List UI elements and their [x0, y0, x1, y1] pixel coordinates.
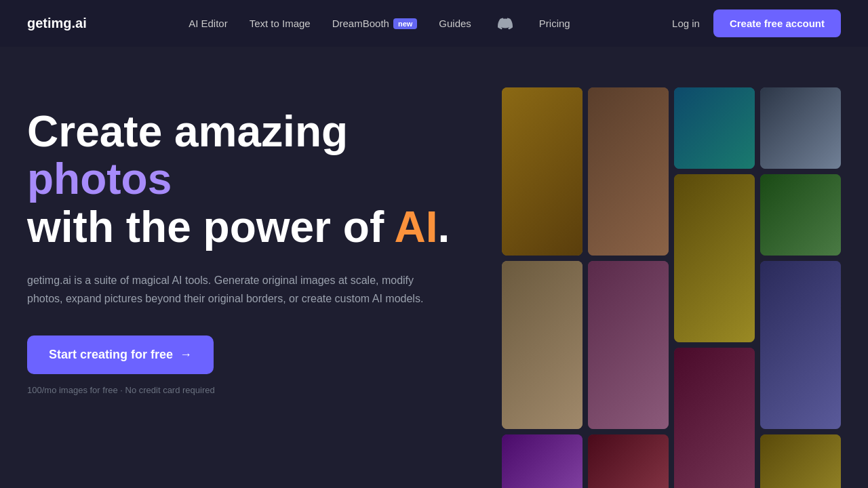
discord-icon[interactable] [493, 12, 517, 36]
nav-ai-editor[interactable]: AI Editor [189, 18, 228, 29]
grid-image-12 [760, 261, 841, 429]
grid-image-4 [588, 87, 669, 256]
grid-image-3 [502, 434, 583, 488]
nav-right: Log in Create free account [672, 9, 841, 37]
hero-highlight-ai: AI [395, 203, 438, 251]
grid-image-1 [502, 87, 583, 256]
hero-left: Create amazing photos with the power of … [27, 87, 488, 395]
grid-image-9 [674, 348, 755, 488]
login-button[interactable]: Log in [672, 18, 700, 29]
hero-subtext: 100/mo images for free · No credit card … [27, 385, 488, 395]
nav-guides[interactable]: Guides [439, 18, 471, 29]
grid-image-8 [674, 174, 755, 342]
grid-image-2 [502, 261, 583, 429]
hero-title: Create amazing photos with the power of … [27, 108, 488, 251]
arrow-icon: → [180, 348, 192, 362]
start-creating-button[interactable]: Start creating for free → [27, 336, 214, 374]
grid-image-6 [588, 434, 669, 488]
hero-description: getimg.ai is a suite of magical AI tools… [27, 271, 434, 308]
grid-image-13 [760, 434, 841, 488]
hero-highlight-photos: photos [27, 155, 172, 203]
hero-section: Create amazing photos with the power of … [0, 47, 868, 488]
hero-image-grid [488, 87, 841, 488]
grid-image-10 [760, 87, 841, 169]
logo[interactable]: getimg.ai [27, 16, 87, 31]
nav-links: AI Editor Text to Image DreamBooth new G… [189, 12, 570, 36]
grid-image-5 [588, 261, 669, 429]
dreambooth-badge: new [393, 18, 417, 29]
grid-image-7 [674, 87, 755, 169]
nav-dreambooth[interactable]: DreamBooth new [332, 18, 418, 29]
nav-pricing[interactable]: Pricing [539, 18, 570, 29]
navbar: getimg.ai AI Editor Text to Image DreamB… [0, 0, 868, 47]
nav-text-to-image[interactable]: Text to Image [250, 18, 311, 29]
create-account-button[interactable]: Create free account [713, 9, 841, 37]
grid-image-11 [760, 174, 841, 256]
